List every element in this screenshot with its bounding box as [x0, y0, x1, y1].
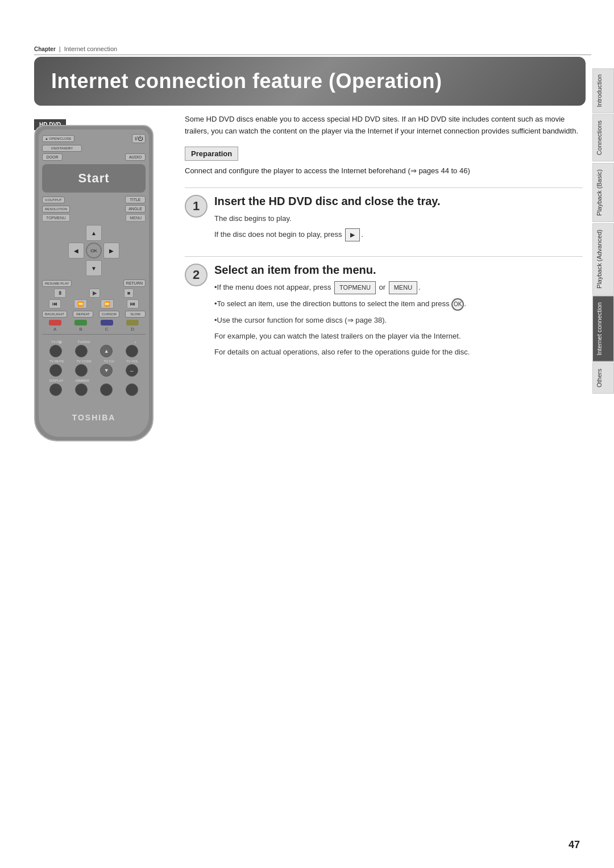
tv-ch-down-button[interactable]: ▼ [100, 364, 113, 377]
tv-plus-label: + [134, 340, 136, 344]
tv-label-row3: DISPLAY DIMMER [43, 379, 144, 382]
door-button[interactable]: DOOR [42, 153, 63, 161]
step-2-line-5: For details on actual operations, also r… [214, 346, 583, 358]
sidebar-tab-playback-advanced[interactable]: Playback (Advanced) [592, 223, 614, 295]
dpad-up-button[interactable]: ▲ [86, 225, 102, 241]
start-label: Start [48, 171, 140, 186]
tv-code-label: TV CODE [76, 360, 92, 363]
skip-next-button[interactable]: ⏭ [127, 299, 139, 308]
page-title: Internet connection feature (Operation) [51, 69, 569, 93]
cursor-button[interactable]: CURSOR [99, 311, 119, 318]
title-button[interactable]: TITLE [125, 196, 146, 203]
dpad-left-button[interactable]: ◀ [68, 243, 84, 258]
step-2-line-3: •Use the cursor function for some discs … [214, 314, 583, 327]
d-button[interactable] [126, 320, 139, 326]
b-label: B [80, 327, 82, 332]
menu-press-btn: MENU [389, 281, 417, 294]
play-button[interactable]: ▶ [89, 289, 100, 298]
on-standby-button[interactable]: ON/STANDBY [42, 145, 82, 152]
menu-button[interactable]: MENU [126, 214, 146, 222]
menu-button-row: TOPMENU MENU [42, 214, 146, 222]
tv-dvd-button[interactable] [75, 345, 88, 357]
backlight-button[interactable]: BACKLIGHT [42, 311, 67, 318]
c-button[interactable] [101, 320, 113, 326]
repeat-button[interactable]: REPEAT [73, 311, 93, 318]
tv-controls-section: TV I/⏻ TV/DVD + ▲ TV MUTE TV CODE [42, 337, 146, 402]
start-area: Start [42, 164, 146, 193]
resume-play-button[interactable]: RESUME PLAY [42, 280, 72, 287]
arrow-icon-2: ⇒ [347, 316, 354, 324]
power-button[interactable]: I/⏻ [132, 134, 146, 143]
intro-text: Some HD DVD discs enable you to access s… [185, 114, 583, 137]
tv-vol-minus-button[interactable]: – [126, 364, 138, 377]
step-2-content: Select an item from the menu. •If the me… [214, 264, 583, 362]
play-press-btn: ▶ [345, 228, 360, 241]
display-button[interactable] [49, 383, 62, 396]
open-close-button[interactable]: ▲ OPEN/CLOSE [42, 135, 74, 142]
sidebar-tabs: Introduction Connections Playback (Basic… [592, 68, 614, 394]
remote-control: ▲ OPEN/CLOSE I/⏻ ON/STANDBY DOOR AUDIO S… [34, 125, 154, 441]
step-2-line-2: •To select an item, use the direction bu… [214, 298, 583, 311]
remote-control-area: ▲ OPEN/CLOSE I/⏻ ON/STANDBY DOOR AUDIO S… [34, 125, 165, 441]
breadcrumb-chapter: Chapter [34, 46, 56, 52]
step-2: 2 Select an item from the menu. •If the … [185, 256, 583, 362]
right-content-area: Some HD DVD discs enable you to access s… [185, 114, 583, 373]
tv-label-row2: TV MUTE TV CODE TV CH TV VOL [43, 360, 144, 363]
step-1-content: Insert the HD DVD disc and close the tra… [214, 195, 583, 245]
dpad-container: ▲ ◀ OK ▶ ▼ [42, 225, 146, 276]
step-1: 1 Insert the HD DVD disc and close the t… [185, 187, 583, 245]
dpad-down-button[interactable]: ▼ [86, 260, 102, 276]
tv-code-button[interactable] [75, 364, 88, 377]
b-button[interactable] [74, 320, 87, 326]
step-2-line-4: For example, you can watch the latest tr… [214, 330, 583, 343]
step-1-number: 1 [185, 195, 208, 218]
skip-prev-button[interactable]: ⏮ [49, 299, 61, 308]
d-label: D [131, 327, 134, 332]
tv-circle-row3 [43, 383, 144, 396]
sidebar-tab-introduction[interactable]: Introduction [592, 68, 614, 113]
tv-dvd-label: TV/DVD [78, 340, 90, 344]
stop-button[interactable]: ■ [124, 289, 134, 298]
tv-mute-button[interactable] [49, 364, 62, 377]
top-menu-button[interactable]: TOPMENU [42, 214, 70, 222]
toshiba-logo: TOSHIBA [42, 413, 146, 428]
sidebar-tab-internet-connection[interactable]: Internet connection [592, 296, 614, 362]
breadcrumb-section: Internet connection [64, 45, 118, 52]
v-output-button[interactable]: V.OUTPUT [42, 197, 65, 203]
page-number: 47 [569, 839, 580, 851]
tv-ch-label: TV CH [104, 360, 114, 363]
slow-button[interactable]: SLOW [125, 311, 146, 318]
dpad-right-button[interactable]: ▶ [103, 243, 119, 258]
pause-button[interactable]: ⏸ [54, 289, 66, 298]
tv-label-row: TV I/⏻ TV/DVD + [43, 340, 144, 344]
tv-power-button[interactable] [49, 345, 62, 357]
audio-button[interactable]: AUDIO [125, 153, 146, 161]
tv-circle-row2: ▼ – [43, 364, 144, 377]
rewind-button[interactable]: ⏪ [74, 299, 87, 308]
tv-ch-up-button[interactable]: ▲ [100, 345, 113, 357]
step-1-line-2: If the disc does not begin to play, pres… [214, 228, 583, 241]
tv-io-label: TV I/⏻ [51, 340, 62, 344]
ok-press-btn: OK [451, 298, 464, 311]
step-1-line-1: The disc begins to play. [214, 212, 583, 225]
resolution-button[interactable]: RESOLUTION [42, 206, 70, 212]
sidebar-tab-playback-basic[interactable]: Playback (Basic) [592, 163, 614, 222]
dimmer-button[interactable] [75, 383, 88, 396]
step-1-body: The disc begins to play. If the disc doe… [214, 212, 583, 241]
prep-arrow-icon: ⇒ [410, 166, 417, 175]
step-2-number: 2 [185, 264, 208, 286]
angle-button[interactable]: ANGLE [125, 205, 146, 212]
return-button[interactable]: RETURN [123, 279, 146, 287]
sidebar-tab-connections[interactable]: Connections [592, 114, 614, 161]
fast-forward-button[interactable]: ⏩ [101, 299, 114, 308]
a-button[interactable] [49, 320, 61, 326]
sidebar-tab-others[interactable]: Others [592, 362, 614, 394]
extra-btn-1[interactable] [100, 383, 113, 396]
tv-mute-label2: TV MUTE [49, 360, 64, 363]
tv-vol-label: TV VOL [126, 360, 138, 363]
tv-circle-row1: ▲ [43, 345, 144, 357]
ok-button[interactable]: OK [86, 243, 102, 258]
tv-vol-plus-button[interactable] [126, 345, 138, 357]
extra-btn-2[interactable] [126, 383, 138, 396]
step-2-line-1: •If the menu does not appear, press TOPM… [214, 281, 583, 294]
